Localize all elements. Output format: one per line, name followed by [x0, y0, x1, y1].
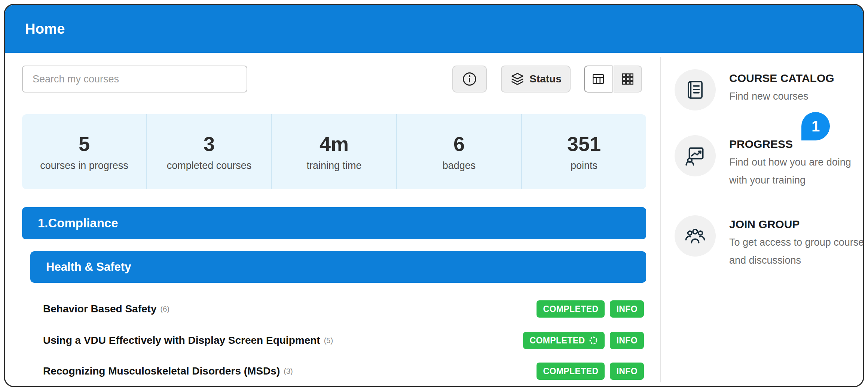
course-unit-count: (5)	[324, 336, 333, 345]
sidebar-item-subtitle: Find out how you are doing with your tra…	[729, 153, 864, 189]
info-badge-button[interactable]: INFO	[610, 300, 644, 318]
grid-view-icon	[621, 72, 635, 86]
sidebar-item-progress[interactable]: PROGRESS Find out how you are doing with…	[675, 135, 864, 189]
stat-badges: 6 badges	[397, 114, 522, 189]
category-banner-label: 1.Compliance	[38, 216, 118, 230]
sidebar-item-join-group[interactable]: JOIN GROUP To get access to group course…	[675, 215, 864, 269]
course-row: Recognizing Musculoskeletal Disorders (M…	[43, 361, 644, 382]
course-row: Behavior Based Safety (6) COMPLETED INFO	[43, 298, 644, 319]
subcategory-banner[interactable]: Health & Safety	[30, 251, 646, 283]
stat-points: 351 points	[522, 114, 646, 189]
sidebar-item-title: JOIN GROUP	[729, 215, 864, 233]
stat-label: training time	[306, 160, 361, 172]
book-icon	[675, 69, 716, 110]
header-bar: Home	[5, 5, 863, 53]
course-row: Using a VDU Effectively with Display Scr…	[43, 330, 644, 351]
sidebar-item-title: PROGRESS	[729, 135, 864, 153]
completed-badge: COMPLETED	[537, 300, 605, 318]
info-button[interactable]	[452, 66, 487, 93]
stat-value: 351	[567, 132, 601, 155]
table-view-button[interactable]	[584, 66, 612, 93]
course-unit-count: (3)	[284, 367, 293, 376]
completed-badge: COMPLETED	[523, 332, 605, 349]
sidebar-item-title: COURSE CATALOG	[729, 69, 864, 87]
completed-badge: COMPLETED	[537, 363, 605, 380]
stat-courses-in-progress: 5 courses in progress	[22, 114, 147, 189]
stat-value: 3	[204, 132, 215, 155]
stat-label: badges	[443, 160, 476, 172]
group-icon	[675, 215, 716, 257]
stat-label: points	[571, 160, 597, 172]
stat-label: completed courses	[167, 160, 252, 172]
course-title-link[interactable]: Behavior Based Safety	[43, 303, 156, 315]
step-marker-number: 1	[812, 118, 820, 135]
content-divider	[660, 57, 661, 382]
info-badge-button[interactable]: INFO	[610, 363, 644, 380]
subcategory-banner-label: Health & Safety	[46, 260, 131, 274]
stat-value: 6	[453, 132, 465, 155]
stat-label: courses in progress	[40, 160, 128, 172]
stats-bar: 5 courses in progress 3 completed course…	[22, 114, 646, 189]
app-window: Home Status	[4, 4, 864, 387]
table-view-icon	[591, 72, 605, 86]
progress-chart-icon	[675, 135, 716, 176]
step-marker: 1	[801, 112, 830, 140]
sidebar-item-course-catalog[interactable]: COURSE CATALOG Find new courses	[675, 69, 864, 110]
category-banner[interactable]: 1.Compliance	[22, 207, 646, 239]
completed-badge-label: COMPLETED	[529, 336, 585, 346]
stat-training-time: 4m training time	[272, 114, 397, 189]
info-badge-button[interactable]: INFO	[610, 332, 644, 349]
sync-icon	[589, 336, 598, 345]
sidebar-item-subtitle: To get access to group courses and discu…	[729, 233, 864, 269]
page-title: Home	[25, 21, 65, 37]
course-title-link[interactable]: Recognizing Musculoskeletal Disorders (M…	[43, 365, 280, 377]
status-button[interactable]: Status	[501, 66, 571, 93]
stat-value: 4m	[320, 132, 349, 155]
sidebar-item-subtitle: Find new courses	[729, 87, 864, 105]
course-title-link[interactable]: Using a VDU Effectively with Display Scr…	[43, 334, 320, 346]
stat-completed-courses: 3 completed courses	[147, 114, 272, 189]
stat-value: 5	[79, 132, 90, 155]
view-toggle-group	[584, 66, 642, 93]
search-input[interactable]	[22, 66, 247, 93]
status-button-label: Status	[529, 73, 562, 85]
info-icon	[462, 71, 477, 87]
layers-icon	[510, 72, 525, 87]
grid-view-button[interactable]	[614, 66, 642, 93]
course-unit-count: (6)	[160, 305, 169, 313]
